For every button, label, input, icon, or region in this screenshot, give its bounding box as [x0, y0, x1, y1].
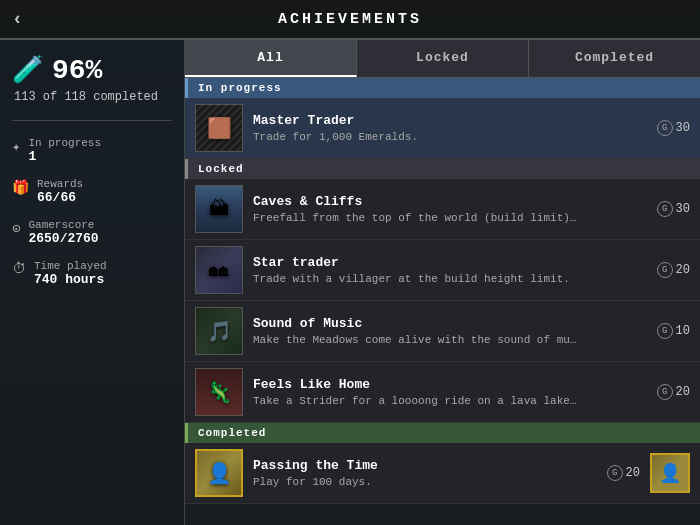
- rewards-icon: 🎁: [12, 179, 29, 196]
- achievement-list[interactable]: In progress 🟫 Master Trader Trade for 1,…: [185, 78, 700, 525]
- right-thumb-icon: 👤: [659, 462, 681, 484]
- progress-section: 🧪 96% 113 of 118 completed: [12, 54, 172, 104]
- progress-percent: 96%: [52, 55, 102, 86]
- divider-1: [12, 120, 172, 121]
- section-header-locked: Locked: [185, 159, 700, 179]
- gamerscore-icon: ⊙: [12, 220, 20, 237]
- score-value-sound-of-music: 10: [676, 324, 690, 338]
- achievement-score-feels-like-home: G 20: [657, 384, 690, 400]
- time-played-value: 740 hours: [34, 272, 107, 287]
- achievement-score-caves-cliffs: G 30: [657, 201, 690, 217]
- right-content: All Locked Completed In progress 🟫 Maste…: [185, 40, 700, 525]
- achievement-score-master-trader: G 30: [657, 120, 690, 136]
- gamerscore-label: Gamerscore: [28, 219, 98, 231]
- achievement-thumb-master-trader: 🟫: [195, 104, 243, 152]
- tab-locked[interactable]: Locked: [357, 40, 529, 77]
- achievement-thumb-caves-cliffs: 🏔: [195, 185, 243, 233]
- time-played-label: Time played: [34, 260, 107, 272]
- stat-time-played: ⏱ Time played 740 hours: [12, 260, 172, 287]
- achievement-name-caves-cliffs: Caves & Cliffs: [253, 194, 647, 209]
- achievement-item-passing-the-time[interactable]: 👤 Passing the Time Play for 100 days. G …: [185, 443, 700, 504]
- stat-in-progress: ✦ In progress 1: [12, 137, 172, 164]
- achievement-desc-star-trader: Trade with a villager at the build heigh…: [253, 273, 583, 285]
- score-value-caves-cliffs: 30: [676, 202, 690, 216]
- in-progress-icon: ✦: [12, 138, 20, 155]
- score-icon-star-trader: G: [657, 262, 673, 278]
- score-value-passing-the-time: 20: [626, 466, 640, 480]
- achievement-item-star-trader[interactable]: 🏘 Star trader Trade with a villager at t…: [185, 240, 700, 301]
- section-header-in-progress: In progress: [185, 78, 700, 98]
- achievement-thumb-feels-like-home: 🦎: [195, 368, 243, 416]
- achievement-desc-passing-the-time: Play for 100 days.: [253, 476, 583, 488]
- page-title: ACHIEVEMENTS: [278, 11, 422, 28]
- score-value-feels-like-home: 20: [676, 385, 690, 399]
- in-progress-value: 1: [28, 149, 101, 164]
- achievement-thumb-sound-of-music: 🎵: [195, 307, 243, 355]
- achievement-thumb-star-trader: 🏘: [195, 246, 243, 294]
- rewards-value: 66/66: [37, 190, 83, 205]
- rewards-label: Rewards: [37, 178, 83, 190]
- achievement-desc-feels-like-home: Take a Strider for a loooong ride on a l…: [253, 395, 583, 407]
- achievement-score-star-trader: G 20: [657, 262, 690, 278]
- stat-rewards: 🎁 Rewards 66/66: [12, 178, 172, 205]
- tabs-row: All Locked Completed: [185, 40, 700, 78]
- achievement-right-thumb-passing-the-time: 👤: [650, 453, 690, 493]
- in-progress-label: In progress: [28, 137, 101, 149]
- achievement-item-master-trader[interactable]: 🟫 Master Trader Trade for 1,000 Emeralds…: [185, 98, 700, 159]
- back-button[interactable]: ‹: [12, 9, 23, 29]
- achievement-name-passing-the-time: Passing the Time: [253, 458, 597, 473]
- achievement-desc-master-trader: Trade for 1,000 Emeralds.: [253, 131, 583, 143]
- score-icon-passing-the-time: G: [607, 465, 623, 481]
- score-value-master-trader: 30: [676, 121, 690, 135]
- achievement-score-sound-of-music: G 10: [657, 323, 690, 339]
- score-value-star-trader: 20: [676, 263, 690, 277]
- achievement-name-sound-of-music: Sound of Music: [253, 316, 647, 331]
- achievement-info-sound-of-music: Sound of Music Make the Meadows come ali…: [253, 316, 647, 346]
- achievement-info-passing-the-time: Passing the Time Play for 100 days.: [253, 458, 597, 488]
- progress-top: 🧪 96%: [12, 54, 102, 86]
- top-bar: ‹ ACHIEVEMENTS: [0, 0, 700, 40]
- achievement-item-sound-of-music[interactable]: 🎵 Sound of Music Make the Meadows come a…: [185, 301, 700, 362]
- achievement-name-feels-like-home: Feels Like Home: [253, 377, 647, 392]
- main-layout: 🧪 96% 113 of 118 completed ✦ In progress…: [0, 40, 700, 525]
- achievement-info-star-trader: Star trader Trade with a villager at the…: [253, 255, 647, 285]
- achievement-name-star-trader: Star trader: [253, 255, 647, 270]
- achievement-score-passing-the-time: G 20: [607, 465, 640, 481]
- achievement-item-feels-like-home[interactable]: 🦎 Feels Like Home Take a Strider for a l…: [185, 362, 700, 423]
- achievement-info-caves-cliffs: Caves & Cliffs Freefall from the top of …: [253, 194, 647, 224]
- time-played-icon: ⏱: [12, 261, 26, 277]
- tab-completed[interactable]: Completed: [529, 40, 700, 77]
- tab-all[interactable]: All: [185, 40, 357, 77]
- achievement-desc-caves-cliffs: Freefall from the top of the world (buil…: [253, 212, 583, 224]
- stat-gamerscore: ⊙ Gamerscore 2650/2760: [12, 219, 172, 246]
- achievement-item-caves-cliffs[interactable]: 🏔 Caves & Cliffs Freefall from the top o…: [185, 179, 700, 240]
- achievement-thumb-passing-the-time: 👤: [195, 449, 243, 497]
- achievement-info-feels-like-home: Feels Like Home Take a Strider for a loo…: [253, 377, 647, 407]
- completed-count-label: 113 of 118 completed: [14, 90, 158, 104]
- achievement-info-master-trader: Master Trader Trade for 1,000 Emeralds.: [253, 113, 647, 143]
- score-icon-sound-of-music: G: [657, 323, 673, 339]
- sidebar: 🧪 96% 113 of 118 completed ✦ In progress…: [0, 40, 185, 525]
- gamerscore-value: 2650/2760: [28, 231, 98, 246]
- potion-icon: 🧪: [12, 54, 44, 86]
- achievement-name-master-trader: Master Trader: [253, 113, 647, 128]
- score-icon-feels-like-home: G: [657, 384, 673, 400]
- section-header-completed: Completed: [185, 423, 700, 443]
- achievement-desc-sound-of-music: Make the Meadows come alive with the sou…: [253, 334, 583, 346]
- score-icon-master-trader: G: [657, 120, 673, 136]
- score-icon-caves-cliffs: G: [657, 201, 673, 217]
